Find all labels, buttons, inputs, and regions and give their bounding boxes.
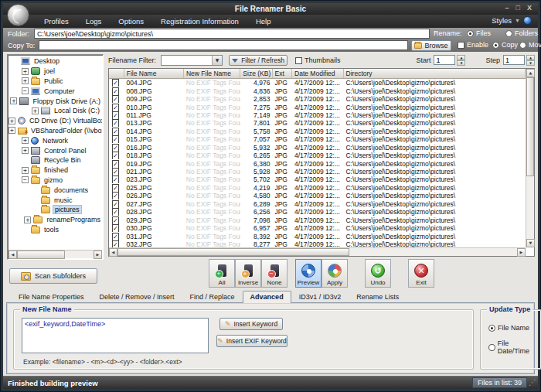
table-vscroll-thumb[interactable] (526, 77, 534, 176)
scan-subfolders-button[interactable]: Scan Subfolders (9, 268, 97, 284)
tree-item-public[interactable]: +Public (9, 77, 102, 87)
menu-item-help[interactable]: Help (247, 15, 280, 27)
rename-folders-radio[interactable] (505, 30, 512, 37)
tree-expander-icon[interactable]: + (22, 137, 29, 144)
column-header-directory[interactable]: Directory (344, 69, 526, 78)
tree-item-network[interactable]: +Network (9, 135, 102, 145)
scroll-right-icon[interactable]: ▶ (94, 251, 102, 259)
scroll-left-icon[interactable]: ◀ (9, 251, 17, 259)
tree-item-finished[interactable]: +finished (9, 165, 102, 176)
tab-find-replace[interactable]: Find / Replace (182, 291, 243, 302)
column-header-new-file-name[interactable]: New File Name (184, 69, 240, 78)
tree-expander-icon[interactable]: + (10, 97, 17, 104)
row-checkbox[interactable]: ✓ (112, 240, 119, 247)
scroll-left-icon[interactable]: ◀ (109, 248, 117, 257)
row-checkbox[interactable]: ✓ (112, 208, 119, 216)
table-row[interactable]: ✓025.JPGNo EXIF Tags Found4,219JPG4/17/2… (109, 184, 526, 192)
table-row[interactable]: ✓032.JPGNo EXIF Tags Found8,277JPG4/17/2… (109, 240, 526, 247)
step-input[interactable] (503, 55, 525, 65)
row-checkbox[interactable]: ✓ (112, 128, 119, 135)
menu-item-options[interactable]: Options (110, 15, 152, 27)
tree-expander-icon[interactable]: + (22, 167, 29, 174)
preview-button[interactable]: Preview (295, 259, 322, 288)
tab-id3v1-id3v2[interactable]: ID3v1 / ID3v2 (291, 291, 349, 302)
move-radio[interactable] (519, 42, 526, 49)
row-checkbox[interactable]: ✓ (112, 160, 119, 168)
tree-expander-icon[interactable]: − (22, 87, 29, 94)
tree-item-vbsharedfolder-vboxsvr-z[interactable]: +VBSharedFolder (\\vboxsvr) (Z (9, 126, 102, 136)
table-row[interactable]: ✓030.JPGNo EXIF Tags Found6,957JPG4/17/2… (109, 224, 526, 232)
row-checkbox[interactable]: ✓ (112, 184, 119, 192)
table-row[interactable]: ✓023.JPGNo EXIF Tags Found5,702JPG4/17/2… (109, 176, 526, 183)
table-row[interactable]: ✓018.JPGNo EXIF Tags Found6,265JPG4/17/2… (109, 152, 526, 159)
insert-exif-keyword-button[interactable]: ✎ Insert EXIF Keyword (216, 335, 288, 347)
tree-expander-icon[interactable]: + (22, 68, 29, 75)
tree-item-documents[interactable]: documents (9, 185, 102, 195)
minimize-button[interactable]: – (505, 4, 509, 12)
table-row[interactable]: ✓021.JPGNo EXIF Tags Found5,928JPG4/17/2… (109, 168, 526, 176)
table-row[interactable]: ✓026.JPGNo EXIF Tags Found4,580JPG4/17/2… (109, 192, 526, 199)
tree-expander-icon[interactable]: + (9, 127, 15, 134)
column-header-date-modified[interactable]: Date Modified (292, 69, 344, 78)
start-stepper[interactable]: ▲▼ (457, 55, 465, 65)
maximize-button[interactable]: □ (516, 4, 520, 12)
menu-item-logs[interactable]: Logs (77, 15, 111, 27)
browse-button[interactable]: Browse (411, 40, 451, 51)
table-row[interactable]: ✓029.JPGNo EXIF Tags Found7,098JPG4/17/2… (109, 216, 526, 223)
thumbnails-checkbox[interactable] (295, 57, 302, 64)
copy-to-input[interactable] (39, 40, 408, 50)
close-button[interactable]: X (527, 4, 532, 12)
row-checkbox[interactable]: ✓ (112, 216, 119, 224)
tree-scroll-thumb[interactable] (17, 251, 65, 259)
row-checkbox[interactable]: ✓ (112, 135, 119, 143)
table-row[interactable]: ✓010.JPGNo EXIF Tags Found7,275JPG4/17/2… (109, 103, 526, 111)
row-checkbox[interactable]: ✓ (112, 95, 119, 103)
new-file-name-pattern-input[interactable]: <exif_keyword,DateTime> (22, 318, 209, 353)
tree-expander-icon[interactable]: − (22, 176, 29, 183)
update-file-name-radio[interactable] (488, 325, 495, 332)
row-checkbox[interactable]: ✓ (112, 176, 119, 183)
table-row[interactable]: ✓013.JPGNo EXIF Tags Found7,801JPG4/17/2… (109, 119, 526, 127)
update-file-datetime-radio[interactable] (488, 344, 495, 351)
row-checkbox[interactable]: ✓ (112, 119, 119, 127)
step-stepper[interactable]: ▲▼ (526, 55, 535, 65)
table-row[interactable]: ✓031.JPGNo EXIF Tags Found8,392JPG4/17/2… (109, 232, 526, 240)
insert-keyword-button[interactable]: ✎ Insert Keyword (219, 318, 283, 330)
menu-item-profiles[interactable]: Profiles (36, 15, 77, 27)
menu-item-registration-information[interactable]: Registration Information (152, 15, 247, 27)
table-row[interactable]: ✓009.JPGNo EXIF Tags Found2,853JPG4/17/2… (109, 95, 526, 103)
tree-item-control-panel[interactable]: +Control Panel (9, 145, 102, 155)
inverse-button[interactable]: Inverse (235, 259, 261, 288)
row-checkbox[interactable]: ✓ (112, 168, 119, 176)
table-row[interactable]: ✓004.JPGNo EXIF Tags Found4,976JPG4/17/2… (109, 79, 526, 87)
tree-item-gizmo[interactable]: −gizmo (9, 176, 102, 186)
table-row[interactable]: ✓015.JPGNo EXIF Tags Found7,057JPG4/17/2… (109, 135, 526, 143)
filter-refresh-button[interactable]: Filter / Refresh (229, 55, 288, 66)
tree-expander-icon[interactable]: + (24, 216, 31, 223)
column-header-ext[interactable]: Ext (273, 69, 293, 78)
tree-item-tools[interactable]: tools (9, 225, 102, 235)
row-checkbox[interactable]: ✓ (112, 104, 119, 111)
table-hscroll-thumb[interactable] (117, 248, 349, 256)
table-row[interactable]: ✓008.JPGNo EXIF Tags Found4,836JPG4/17/2… (109, 87, 526, 94)
tree-expander-icon[interactable]: + (22, 77, 29, 84)
scroll-down-icon[interactable]: ▼ (526, 239, 535, 247)
styles-menu[interactable]: Styles ▼ (492, 16, 532, 25)
tree-expander-icon[interactable]: + (9, 118, 15, 124)
filename-filter-combobox[interactable]: ▼ (161, 55, 223, 66)
tree-item-floppy-disk-drive-a-[interactable]: +Floppy Disk Drive (A:) (9, 96, 102, 106)
tree-item-renameprograms[interactable]: +renamePrograms (9, 215, 102, 225)
table-row[interactable]: ✓028.JPGNo EXIF Tags Found6,256JPG4/17/2… (109, 208, 526, 216)
copy-radio[interactable] (492, 42, 499, 49)
undo-button[interactable]: ↺Undo (365, 259, 391, 288)
tree-expander-icon[interactable]: + (22, 147, 29, 154)
row-checkbox[interactable]: ✓ (112, 224, 119, 232)
row-checkbox[interactable]: ✓ (112, 152, 119, 159)
scroll-up-icon[interactable]: ▲ (526, 69, 535, 77)
scroll-right-icon[interactable]: ▶ (517, 248, 526, 257)
table-row[interactable]: ✓016.JPGNo EXIF Tags Found5,932JPG4/17/2… (109, 144, 526, 152)
column-header-file-name[interactable]: File Name (124, 69, 184, 78)
resize-grip-icon[interactable] (529, 378, 536, 387)
folder-path-input[interactable] (34, 29, 430, 39)
tab-advanced[interactable]: Advanced (243, 291, 291, 303)
